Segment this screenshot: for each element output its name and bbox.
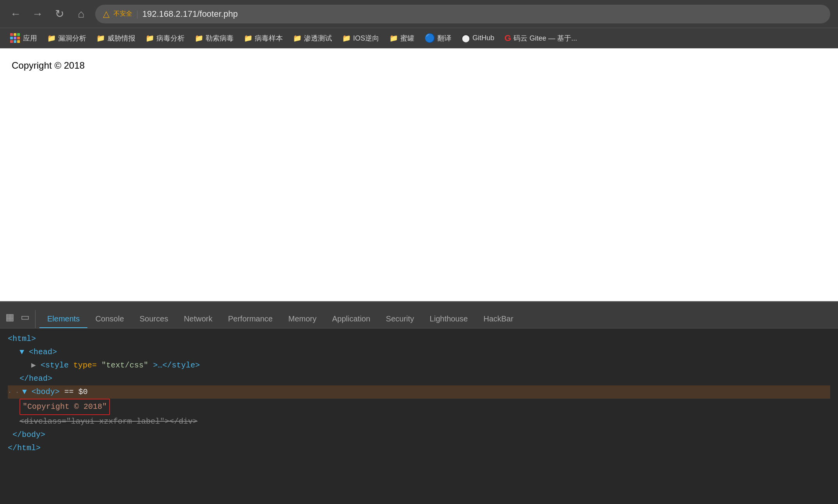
style-attr-name: type=	[73, 361, 97, 370]
folder-icon-1: 📁	[47, 34, 56, 43]
style-arrow: ▶	[31, 361, 41, 370]
forward-button[interactable]: →	[30, 6, 45, 22]
folder-icon-5: 📁	[244, 34, 252, 43]
browser-frame: ← → ↻ ⌂ △ 不安全 | 192.168.2.171/footer.php…	[0, 0, 838, 504]
head-line: ▼ <head>	[20, 346, 830, 359]
style-attr-value: "text/css"	[101, 361, 148, 370]
copyright-line: "Copyright © 2018"	[20, 399, 830, 415]
bookmark-6[interactable]: 📁 渗透测试	[289, 32, 336, 44]
bookmark-translate[interactable]: 🔵 翻译	[421, 32, 455, 45]
html-close-tag: </html>	[8, 442, 41, 455]
github-icon: ⬤	[462, 34, 470, 43]
tab-application[interactable]: Application	[324, 311, 378, 328]
body-line[interactable]: · · ▼ <body> == $0	[8, 385, 830, 399]
bookmark-label-1: 漏洞分析	[58, 34, 86, 43]
html-line: <html>	[8, 332, 830, 346]
url-separator: |	[136, 9, 138, 19]
html-close-line: </html>	[8, 442, 830, 455]
nav-bar: ← → ↻ ⌂ △ 不安全 | 192.168.2.171/footer.php	[0, 0, 838, 28]
inspect-element-icon[interactable]: ▦	[4, 310, 16, 324]
bookmark-8[interactable]: 📁 蜜罐	[385, 32, 418, 44]
bookmark-4[interactable]: 📁 勒索病毒	[191, 32, 238, 44]
div-open-tag: <div	[20, 415, 38, 428]
devtools-panel: ▦ ▭ Elements Console Sources Network Per…	[0, 301, 838, 504]
head-tag: ▼ <head>	[20, 346, 57, 359]
div-class-attr: class=	[38, 415, 66, 428]
body-dollar: == $0	[60, 385, 88, 399]
bookmark-label-3: 病毒分析	[156, 34, 185, 43]
div-close-tag: ></div>	[165, 415, 197, 428]
folder-icon-2: 📁	[96, 34, 105, 43]
copyright-text-node: "Copyright © 2018"	[20, 399, 110, 415]
back-button[interactable]: ←	[8, 6, 23, 22]
address-bar[interactable]: △ 不安全 | 192.168.2.171/footer.php	[95, 5, 830, 23]
gitee-icon: G	[504, 33, 511, 43]
folder-icon-7: 📁	[342, 34, 351, 43]
tab-sources[interactable]: Sources	[132, 311, 176, 328]
bookmark-5[interactable]: 📁 病毒样本	[240, 32, 287, 44]
head-close-tag: </head>	[20, 372, 52, 385]
bookmark-label-4: 勒索病毒	[206, 34, 234, 43]
device-toggle-icon[interactable]: ▭	[19, 310, 31, 324]
webpage-content: Copyright © 2018	[0, 48, 838, 301]
tab-memory[interactable]: Memory	[281, 311, 324, 328]
bookmark-label-5: 病毒样本	[255, 34, 283, 43]
folder-icon-3: 📁	[146, 34, 154, 43]
tab-elements[interactable]: Elements	[39, 311, 87, 328]
body-close-line: </body>	[8, 428, 830, 442]
bookmark-2[interactable]: 📁 威胁情报	[92, 32, 139, 44]
security-warning-icon: △	[103, 9, 110, 19]
style-line: ▶ <style type= "text/css" >…</style>	[31, 359, 830, 372]
translate-icon: 🔵	[424, 33, 435, 43]
bookmark-gitee[interactable]: G 码云 Gitee — 基于...	[501, 32, 581, 45]
reload-button[interactable]: ↻	[51, 6, 67, 22]
bookmark-label-7: IOS逆向	[353, 34, 379, 43]
bookmark-label-9: 翻译	[437, 34, 451, 43]
folder-icon-6: 📁	[293, 34, 302, 43]
bookmark-label-6: 渗透测试	[304, 34, 332, 43]
apps-grid-icon	[10, 33, 20, 43]
bookmark-label-2: 威胁情报	[107, 34, 135, 43]
body-line-dots: · ·	[8, 387, 19, 398]
bookmarks-bar: 应用 📁 漏洞分析 📁 威胁情报 📁 病毒分析 📁 勒索病毒 📁 病毒样本 📁 …	[0, 28, 838, 48]
webpage-text: Copyright © 2018	[12, 60, 85, 71]
devtools-elements-content: <html> ▼ <head> ▶ <style type= "text/css…	[0, 328, 838, 504]
devtools-tabs-bar: ▦ ▭ Elements Console Sources Network Per…	[0, 302, 838, 328]
url-text: 192.168.2.171/footer.php	[142, 9, 238, 19]
folder-icon-8: 📁	[389, 34, 398, 43]
bookmark-1[interactable]: 📁 漏洞分析	[43, 32, 90, 44]
insecure-label: 不安全	[114, 10, 132, 18]
bookmark-apps-label: 应用	[23, 34, 37, 43]
html-open-tag: <html>	[8, 332, 36, 346]
tab-console[interactable]: Console	[87, 311, 131, 328]
folder-icon-4: 📁	[195, 34, 203, 43]
div-class-value: "layui-xzxform-label"	[66, 415, 165, 428]
devtools-icon-group: ▦ ▭	[4, 310, 36, 328]
bookmark-label-10: GitHub	[472, 34, 494, 42]
bookmark-apps[interactable]: 应用	[6, 32, 41, 44]
tab-network[interactable]: Network	[176, 311, 220, 328]
bookmark-label-11: 码云 Gitee — 基于...	[513, 34, 577, 43]
bookmark-7[interactable]: 📁 IOS逆向	[338, 32, 383, 44]
tab-hackbar[interactable]: HackBar	[476, 311, 521, 328]
head-close-line: </head>	[20, 372, 830, 385]
bookmark-3[interactable]: 📁 病毒分析	[142, 32, 188, 44]
bookmark-label-8: 蜜罐	[400, 34, 414, 43]
home-button[interactable]: ⌂	[73, 6, 89, 22]
style-open-tag: <style	[41, 361, 73, 370]
div-line: <div class= "layui-xzxform-label" ></div…	[20, 415, 830, 428]
body-tag: ▼ <body>	[22, 385, 60, 399]
body-close-tag: </body>	[8, 428, 45, 442]
tab-security[interactable]: Security	[378, 311, 422, 328]
style-close-tag: >…</style>	[153, 361, 200, 370]
bookmark-github[interactable]: ⬤ GitHub	[458, 32, 498, 44]
tab-performance[interactable]: Performance	[220, 311, 281, 328]
tab-lighthouse[interactable]: Lighthouse	[422, 311, 476, 328]
